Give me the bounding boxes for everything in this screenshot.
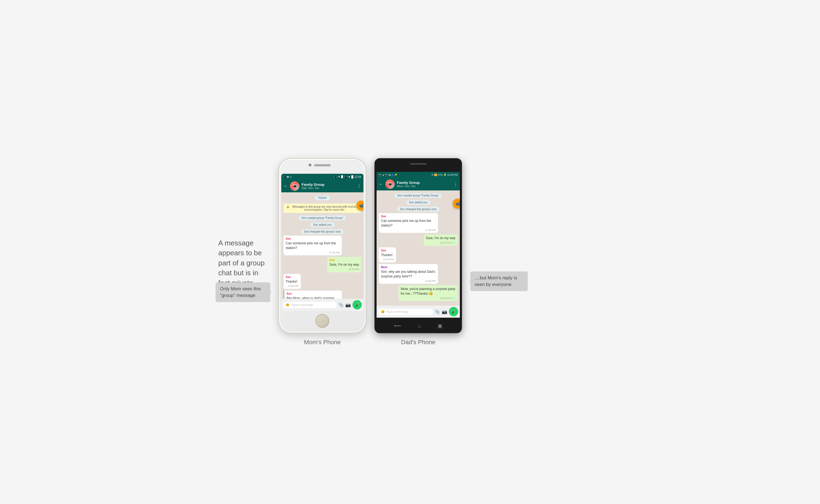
group-name-dad: Family Group [397,181,451,185]
msg-son-1-dad: Son Can someone pick me up from the stat… [379,213,438,233]
group-avatar-mom: 👨‍👩‍👦 [290,181,299,191]
chat-header-dad: ← 👨‍👩‍👦 Family Group Mom, Son, You ⋮ [377,178,460,190]
system-created-mom: Son created group "Family Group" [299,216,346,220]
dads-screen: 📷 ▲ 📷 ⏻ 👤 🔑 N 📶 27% 🔋 12:09 PM ← 👨‍👩‍👦 [377,172,460,318]
top-speaker [314,164,331,166]
mic-button-dad[interactable]: 🎤 [449,307,458,316]
android-nav-bar: ⟵ ⌂ ▣ [375,319,461,333]
chat-area-dad: 📹 Son created group "Family Group" Son a… [377,190,460,306]
home-nav-icon[interactable]: ⌂ [418,323,421,329]
status-bar-dad: 📷 ▲ 📷 ⏻ 👤 🔑 N 📶 27% 🔋 12:09 PM [377,172,460,178]
home-button-mom[interactable] [316,314,329,328]
video-call-dad[interactable]: 📹 [453,199,460,208]
group-members-dad: Mom, Son, You [397,185,451,188]
mic-button-mom[interactable]: 🎤 [353,300,362,309]
msg-mom-sent-dad: Sure, I'm on my way 12:02 PM ✔✔ [424,234,458,245]
back-button-dad[interactable]: ← [379,182,383,187]
msg-son-2-dad: Son Thanks! 12:04 PM [379,247,396,262]
dads-phone-wrapper: 📷 ▲ 📷 ⏻ 👤 🔑 N 📶 27% 🔋 12:09 PM ← 👨‍👩‍👦 [374,158,462,346]
msg-son-2-mom: Son Thanks! 12:04 PM [284,274,301,289]
moms-screen: 📳 ▶ ▷ 📳 ▼ ▉ 📳 ▼ ▉ 12:04 [281,174,363,311]
lock-icon: 🔒 [286,205,290,208]
system-icon-dad: Son changed this group's icon [397,207,439,212]
camera-icon-mom[interactable]: 📷 [345,302,351,308]
more-button-dad[interactable]: ⋮ [453,182,458,187]
top-speaker-dad [410,163,426,165]
group-name-mom: Family Group [302,183,355,187]
message-input-dad[interactable]: 😊 Type a message [378,309,433,315]
phone-label-mom: Mom's Phone [304,339,341,346]
emoji-icon-dad[interactable]: 😊 [381,310,385,314]
more-button-mom[interactable]: ⋮ [357,184,361,189]
left-description: A message appears to be part of a group … [218,216,270,288]
camera-icon-dad[interactable]: 📷 [442,309,447,314]
annotation-moms-reply: ....but Mom's reply is seen by everyone. [470,271,528,291]
system-icon-mom: Son changed this group's icon [301,229,344,234]
group-members-mom: Dad, Son, You [302,187,355,190]
system-added-mom: Son added you [310,222,334,227]
attachment-icon-dad[interactable]: 📎 [435,309,440,314]
emoji-icon-mom[interactable]: 😊 [286,303,290,307]
chat-header-mom: ← 👨‍👩‍👦 Family Group Dad, Son, You ⋮ [281,180,363,192]
msg-son-private: Son Btw Mom, when is dad's surprise part… [284,291,342,299]
chat-area-mom: 📹 TODAY 🔒 Messages to this group are now… [281,192,363,299]
front-camera [309,164,311,166]
input-bar-mom: 😊 Type a message 📎 📷 🎤 [281,299,363,311]
attachment-icon-mom[interactable]: 📎 [338,302,344,308]
back-button-mom[interactable]: ← [284,184,288,189]
status-bar-mom: 📳 ▶ ▷ 📳 ▼ ▉ 📳 ▼ ▉ 12:04 [281,174,363,180]
recents-nav-icon[interactable]: ▣ [438,323,442,329]
moms-phone: 📳 ▶ ▷ 📳 ▼ ▉ 📳 ▼ ▉ 12:04 [279,158,366,333]
date-badge-mom: TODAY [315,196,330,200]
annotation-only-mom: Only Mom sees this "group" message [216,282,270,302]
input-bar-dad: 😊 Type a message 📎 📷 🎤 [377,306,460,318]
msg-son-1-mom: Son Can someone pick me up from the stat… [284,236,342,255]
message-input-mom[interactable]: 😊 Type a message [283,302,337,308]
msg-dad-1-mom: Dad Sure, I'm on my way 12:02 PM [327,257,361,272]
system-added-dad: Son added you [406,200,430,205]
group-avatar-dad: 👨‍👩‍👦 [385,179,395,189]
moms-phone-wrapper: 📳 ▶ ▷ 📳 ▼ ▉ 📳 ▼ ▉ 12:04 [279,158,366,346]
back-nav-icon[interactable]: ⟵ [394,323,401,329]
msg-mom-1-dad: Mom Son, why are you talking about Dad's… [379,264,438,284]
system-created-dad: Son created group "Family Group" [395,193,442,198]
phone-label-dad: Dad's Phone [401,339,435,346]
encryption-notice: 🔒 Messages to this group are now secured… [284,204,361,213]
msg-dad-reply: Wow, you're planning a surprise party fo… [399,285,458,301]
dads-phone: 📷 ▲ 📷 ⏻ 👤 🔑 N 📶 27% 🔋 12:09 PM ← 👨‍👩‍👦 [374,158,462,333]
